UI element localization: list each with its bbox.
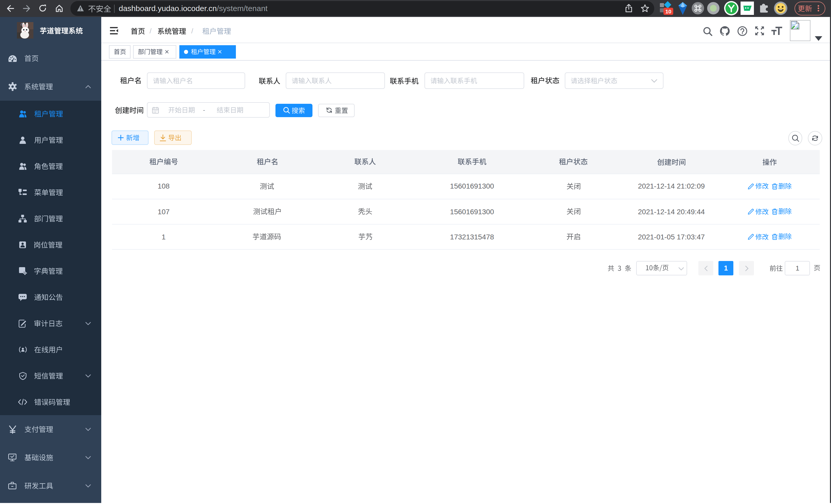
svg-text:10: 10: [665, 8, 671, 14]
